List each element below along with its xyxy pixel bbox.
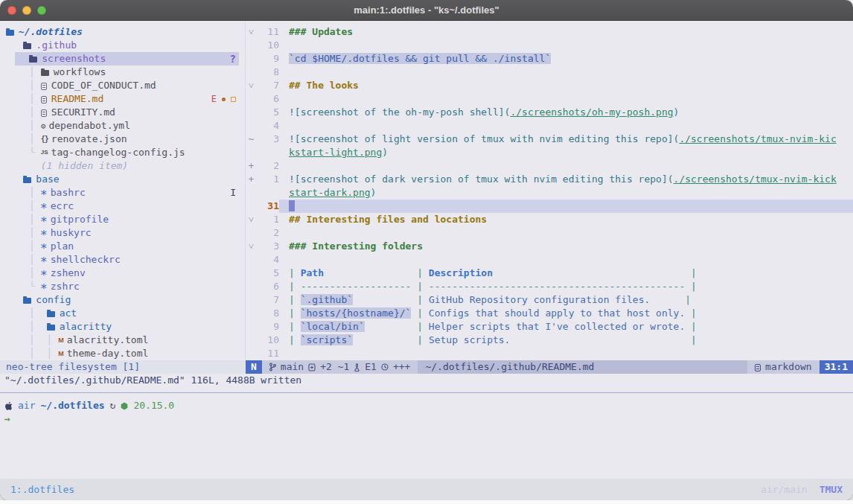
line-number: 4 bbox=[257, 119, 279, 133]
editor-line-1[interactable]: ˅11### Updates bbox=[246, 25, 853, 39]
apple-icon bbox=[4, 401, 13, 411]
text-segment: ![screenshot of the oh-my-posh shell]( bbox=[289, 106, 510, 118]
tree-item-readme-md[interactable]: │ README.mdE bbox=[0, 92, 245, 106]
editor-line-24[interactable]: 10| `scripts` | Setup scripts. | bbox=[246, 334, 853, 347]
inline-code: `.github` bbox=[301, 294, 353, 305]
gutter-pad bbox=[279, 106, 289, 119]
line-number: 2 bbox=[257, 159, 279, 173]
markdown-link[interactable]: ./screenshots/tmux-nvim-kick bbox=[674, 173, 837, 185]
tree-item-bashrc[interactable]: │ *bashrcI bbox=[0, 186, 245, 200]
prompt-arrow[interactable]: → bbox=[4, 412, 853, 426]
tree-item-dependabot-yml[interactable]: │ ⚙dependabot.yml bbox=[0, 119, 245, 133]
editor-line-15[interactable]: ˅1## Interesting files and locations bbox=[246, 213, 853, 226]
tree-item-tag-changelog-config-js[interactable]: └ JStag-changelog-config.js bbox=[0, 146, 245, 159]
markdown-link[interactable]: kstart-light.png bbox=[289, 147, 382, 158]
mode-indicator: N bbox=[246, 360, 262, 374]
editor-line-18[interactable]: 4 bbox=[246, 253, 853, 267]
editor-line-2[interactable]: 10 bbox=[246, 39, 853, 52]
star-icon: * bbox=[41, 285, 47, 293]
text-segment: | bbox=[685, 267, 697, 278]
filetype-icon bbox=[755, 364, 761, 371]
text-segment: ![screenshot of light version of tmux wi… bbox=[289, 133, 679, 144]
git-sign: ~ bbox=[246, 133, 257, 146]
refresh-icon: ↻ bbox=[110, 399, 116, 412]
editor-line-8[interactable]: 4 bbox=[246, 119, 853, 133]
editor-line-25[interactable]: 11 bbox=[246, 347, 853, 360]
markdown-link[interactable]: ./screenshots/oh-my-posh.png bbox=[510, 106, 673, 118]
fold-icon[interactable]: ˅ bbox=[246, 25, 257, 39]
editor-line-13[interactable]: start-dark.png) bbox=[246, 186, 853, 200]
editor-line-3[interactable]: 9`cd $HOME/.dotfiles && git pull && ./in… bbox=[246, 52, 853, 66]
tree-item-alacritty-toml[interactable]: │ │ Malacritty.toml bbox=[0, 334, 245, 347]
tree-item-alacritty[interactable]: │ alacritty bbox=[0, 320, 245, 334]
tree-item--dotfiles[interactable]: ~/.dotfiles bbox=[0, 25, 245, 39]
tree-item-config[interactable]: config bbox=[0, 293, 245, 307]
line-number: 8 bbox=[257, 66, 279, 79]
editor-line-5[interactable]: ˅7## The looks bbox=[246, 79, 853, 92]
text-segment: | bbox=[411, 321, 428, 332]
editor-line-16[interactable]: 2 bbox=[246, 226, 853, 240]
tree-item-zshrc[interactable]: └ *zshrc bbox=[0, 280, 245, 293]
tree-item-label: workflows bbox=[54, 66, 106, 79]
editor-line-22[interactable]: 8| `hosts/{hostname}/` | Configs that sh… bbox=[246, 307, 853, 320]
editor-line-11[interactable]: +2 bbox=[246, 159, 853, 173]
nvim-pane: ~/.dotfiles .github screenshots? │ workf… bbox=[0, 21, 853, 392]
tree-item-huskyrc[interactable]: │ *huskyrc bbox=[0, 226, 245, 240]
cursor-block bbox=[289, 200, 295, 211]
editor-line-14[interactable]: 31 bbox=[246, 200, 853, 213]
gutter-pad bbox=[279, 186, 289, 200]
text-segment: | bbox=[289, 281, 301, 292]
line-number: 1 bbox=[257, 173, 279, 186]
tree-item-act[interactable]: │ act bbox=[0, 307, 245, 320]
tree-item-zshenv[interactable]: │ *zshenv bbox=[0, 267, 245, 280]
fold-icon[interactable]: ˅ bbox=[246, 240, 257, 253]
neotree-panel[interactable]: ~/.dotfiles .github screenshots? │ workf… bbox=[0, 21, 246, 360]
tree-item-security-md[interactable]: │ SECURITY.md bbox=[0, 106, 245, 119]
editor-panel[interactable]: ˅11### Updates109`cd $HOME/.dotfiles && … bbox=[246, 21, 853, 360]
tree-item-ecrc[interactable]: │ *ecrc bbox=[0, 200, 245, 213]
tree-item-label: alacritty.toml bbox=[67, 334, 149, 347]
markdown-link[interactable]: ./screenshots/tmux-nvim-kic bbox=[679, 133, 836, 144]
tree-item-label: alacritty bbox=[60, 320, 112, 334]
editor-line-12[interactable]: +1![screenshot of dark version of tmux w… bbox=[246, 173, 853, 186]
fold-icon[interactable]: ˅ bbox=[246, 213, 257, 226]
tree-item-code-of-conduct-md[interactable]: │ CODE_OF_CONDUCT.md bbox=[0, 79, 245, 92]
line-text bbox=[289, 200, 853, 213]
tree-item-base[interactable]: base bbox=[0, 173, 245, 186]
indent-guide: │ bbox=[0, 226, 41, 240]
shell-pane[interactable]: air ~/.dotfiles ↻ 20.15.0 → bbox=[0, 393, 853, 479]
editor-line-6[interactable]: 6 bbox=[246, 92, 853, 106]
tree-item-shellcheckrc[interactable]: │ *shellcheckrc bbox=[0, 253, 245, 267]
window-title: main:1:.dotfiles - "ks~/.dotfiles" bbox=[0, 4, 853, 16]
terminal-window: main:1:.dotfiles - "ks~/.dotfiles" ~/.do… bbox=[0, 0, 853, 500]
titlebar[interactable]: main:1:.dotfiles - "ks~/.dotfiles" bbox=[0, 0, 853, 21]
tree-item-workflows[interactable]: │ workflows bbox=[0, 66, 245, 79]
markdown-link[interactable]: start-dark.png bbox=[289, 187, 371, 198]
inline-code: `cd $HOME/.dotfiles && git pull && ./ins… bbox=[289, 53, 551, 64]
line-number bbox=[257, 146, 279, 159]
editor-line-21[interactable]: 7| `.github` | GitHub Repository configu… bbox=[246, 293, 853, 307]
editor-line-10[interactable]: kstart-light.png) bbox=[246, 146, 853, 159]
editor-line-23[interactable]: 9| `local/bin` | Helper scripts that I'v… bbox=[246, 320, 853, 334]
fold-icon[interactable]: ˅ bbox=[246, 79, 257, 92]
tree-item-theme-day-toml[interactable]: │ │ Mtheme-day.toml bbox=[0, 347, 245, 360]
line-number: 10 bbox=[257, 39, 279, 52]
editor-line-17[interactable]: ˅3### Interesting folders bbox=[246, 240, 853, 253]
editor-line-7[interactable]: 5![screenshot of the oh-my-posh shell](.… bbox=[246, 106, 853, 119]
editor-line-9[interactable]: ~3![screenshot of light version of tmux … bbox=[246, 133, 853, 146]
folder-icon bbox=[6, 30, 14, 36]
tree-item-screenshots[interactable]: screenshots? bbox=[0, 52, 245, 66]
text-segment: Configs that should apply to that host o… bbox=[429, 307, 685, 319]
editor-line-20[interactable]: 6| ------------------- | ---------------… bbox=[246, 280, 853, 293]
text-segment: ) bbox=[371, 187, 377, 198]
tree-item-renovate-json[interactable]: │ {}renovate.json bbox=[0, 133, 245, 146]
tree-item-gitprofile[interactable]: │ *gitprofile bbox=[0, 213, 245, 226]
editor-line-4[interactable]: 8 bbox=[246, 66, 853, 79]
filetype-label: markdown bbox=[765, 360, 812, 374]
editor-line-19[interactable]: 5| Path | Description | bbox=[246, 267, 853, 280]
line-text: `cd $HOME/.dotfiles && git pull && ./ins… bbox=[289, 52, 853, 66]
tmux-window-tab[interactable]: 1:.dotfiles bbox=[10, 484, 74, 495]
tree-item--github[interactable]: .github bbox=[0, 39, 245, 52]
tree-item--1-hidden-item-[interactable]: (1 hidden item) bbox=[0, 159, 245, 173]
tree-item-plan[interactable]: │ *plan bbox=[0, 240, 245, 253]
